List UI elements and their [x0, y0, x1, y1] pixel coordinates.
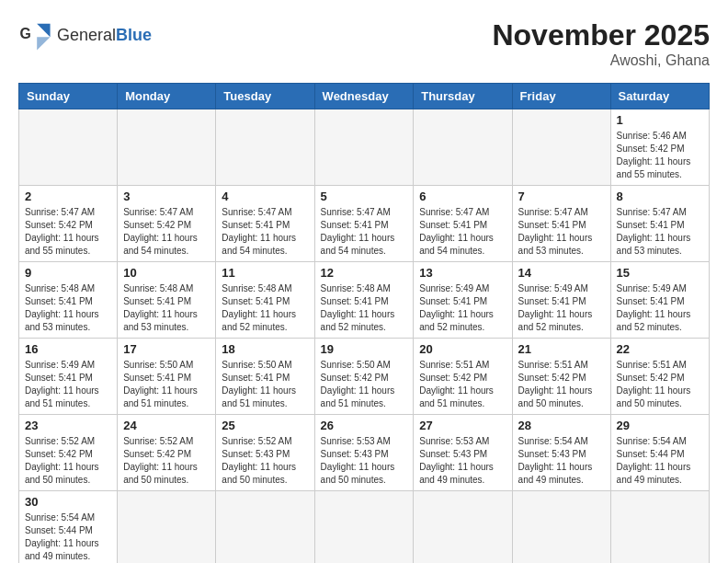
empty-cell	[414, 491, 512, 564]
day-24: 24 Sunrise: 5:52 AMSunset: 5:42 PMDaylig…	[118, 415, 216, 491]
svg-text:G: G	[19, 26, 30, 41]
day-2: 2 Sunrise: 5:47 AMSunset: 5:42 PMDayligh…	[19, 186, 118, 262]
day-23: 23 Sunrise: 5:52 AMSunset: 5:42 PMDaylig…	[19, 415, 118, 491]
calendar-row-3: 9 Sunrise: 5:48 AMSunset: 5:41 PMDayligh…	[19, 262, 710, 339]
header-saturday: Saturday	[610, 84, 709, 109]
day-16: 16 Sunrise: 5:49 AMSunset: 5:41 PMDaylig…	[19, 339, 118, 415]
header-friday: Friday	[512, 84, 610, 109]
day-1: 1 Sunrise: 5:46 AM Sunset: 5:42 PM Dayli…	[610, 109, 709, 186]
logo: G GeneralBlue	[18, 18, 152, 52]
header-tuesday: Tuesday	[216, 84, 314, 109]
empty-cell	[118, 491, 216, 564]
empty-cell	[610, 491, 709, 564]
empty-cell	[19, 109, 118, 186]
day-15: 15 Sunrise: 5:49 AMSunset: 5:41 PMDaylig…	[610, 262, 709, 339]
calendar-row-4: 16 Sunrise: 5:49 AMSunset: 5:41 PMDaylig…	[19, 339, 710, 415]
empty-cell	[314, 109, 414, 186]
empty-cell	[512, 109, 610, 186]
header-wednesday: Wednesday	[314, 84, 414, 109]
calendar-row-5: 23 Sunrise: 5:52 AMSunset: 5:42 PMDaylig…	[19, 415, 710, 491]
day-19: 19 Sunrise: 5:50 AMSunset: 5:42 PMDaylig…	[314, 339, 414, 415]
header-thursday: Thursday	[414, 84, 512, 109]
day-21: 21 Sunrise: 5:51 AMSunset: 5:42 PMDaylig…	[512, 339, 610, 415]
logo-text: GeneralBlue	[57, 26, 152, 45]
day-5: 5 Sunrise: 5:47 AMSunset: 5:41 PMDayligh…	[314, 186, 414, 262]
day-29: 29 Sunrise: 5:54 AMSunset: 5:44 PMDaylig…	[610, 415, 709, 491]
day-10: 10 Sunrise: 5:48 AMSunset: 5:41 PMDaylig…	[118, 262, 216, 339]
day-14: 14 Sunrise: 5:49 AMSunset: 5:41 PMDaylig…	[512, 262, 610, 339]
calendar-table: Sunday Monday Tuesday Wednesday Thursday…	[18, 83, 710, 563]
header-monday: Monday	[118, 84, 216, 109]
day-11: 11 Sunrise: 5:48 AMSunset: 5:41 PMDaylig…	[216, 262, 314, 339]
day-8: 8 Sunrise: 5:47 AMSunset: 5:41 PMDayligh…	[610, 186, 709, 262]
day-25: 25 Sunrise: 5:52 AMSunset: 5:43 PMDaylig…	[216, 415, 314, 491]
empty-cell	[314, 491, 414, 564]
calendar-row-1: 1 Sunrise: 5:46 AM Sunset: 5:42 PM Dayli…	[19, 109, 710, 186]
day-7: 7 Sunrise: 5:47 AMSunset: 5:41 PMDayligh…	[512, 186, 610, 262]
location-subtitle: Awoshi, Ghana	[492, 52, 710, 69]
day-13: 13 Sunrise: 5:49 AMSunset: 5:41 PMDaylig…	[414, 262, 512, 339]
calendar-row-6 last-row: 30 Sunrise: 5:54 AMSunset: 5:44 PMDaylig…	[19, 491, 710, 564]
empty-cell	[216, 109, 314, 186]
empty-cell	[216, 491, 314, 564]
logo-icon: G	[18, 18, 51, 52]
day-9: 9 Sunrise: 5:48 AMSunset: 5:41 PMDayligh…	[19, 262, 118, 339]
day-22: 22 Sunrise: 5:51 AMSunset: 5:42 PMDaylig…	[610, 339, 709, 415]
empty-cell	[118, 109, 216, 186]
calendar-row-2: 2 Sunrise: 5:47 AMSunset: 5:42 PMDayligh…	[19, 186, 710, 262]
day-18: 18 Sunrise: 5:50 AMSunset: 5:41 PMDaylig…	[216, 339, 314, 415]
day-12: 12 Sunrise: 5:48 AMSunset: 5:41 PMDaylig…	[314, 262, 414, 339]
day-4: 4 Sunrise: 5:47 AMSunset: 5:41 PMDayligh…	[216, 186, 314, 262]
day-20: 20 Sunrise: 5:51 AMSunset: 5:42 PMDaylig…	[414, 339, 512, 415]
svg-marker-1	[37, 24, 50, 37]
empty-cell	[414, 109, 512, 186]
day-26: 26 Sunrise: 5:53 AMSunset: 5:43 PMDaylig…	[314, 415, 414, 491]
header-sunday: Sunday	[19, 84, 118, 109]
title-section: November 2025 Awoshi, Ghana	[492, 18, 710, 69]
day-17: 17 Sunrise: 5:50 AMSunset: 5:41 PMDaylig…	[118, 339, 216, 415]
day-28: 28 Sunrise: 5:54 AMSunset: 5:43 PMDaylig…	[512, 415, 610, 491]
day-3: 3 Sunrise: 5:47 AMSunset: 5:42 PMDayligh…	[118, 186, 216, 262]
svg-marker-2	[37, 37, 50, 50]
empty-cell	[512, 491, 610, 564]
page-header: G GeneralBlue November 2025 Awoshi, Ghan…	[18, 18, 710, 69]
day-30: 30 Sunrise: 5:54 AMSunset: 5:44 PMDaylig…	[19, 491, 118, 564]
month-year-title: November 2025	[492, 18, 710, 52]
day-27: 27 Sunrise: 5:53 AMSunset: 5:43 PMDaylig…	[414, 415, 512, 491]
weekday-header-row: Sunday Monday Tuesday Wednesday Thursday…	[19, 84, 710, 109]
day-6: 6 Sunrise: 5:47 AMSunset: 5:41 PMDayligh…	[414, 186, 512, 262]
